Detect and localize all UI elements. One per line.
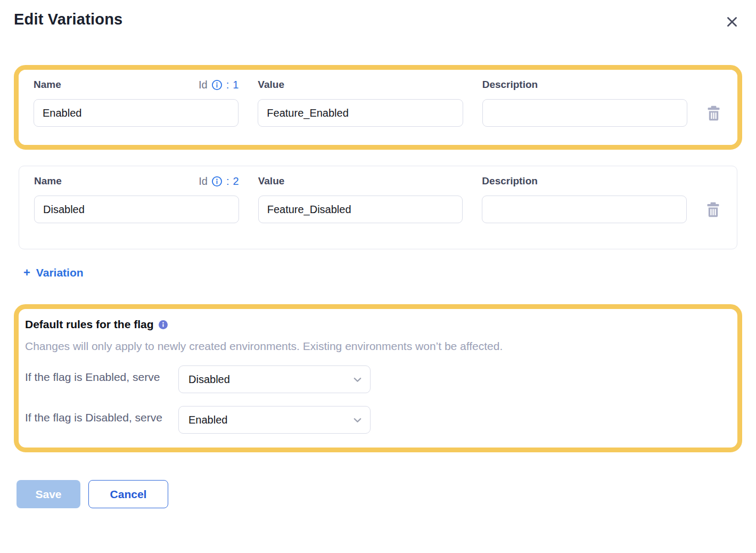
delete-variation-button[interactable] — [706, 105, 722, 121]
id-value: 1 — [233, 79, 239, 91]
name-field-group: Name Id : 1 — [34, 78, 239, 127]
delete-variation-button[interactable] — [706, 202, 722, 217]
chevron-down-icon — [352, 375, 363, 385]
default-rules-highlight: Default rules for the flag Changes will … — [14, 304, 742, 452]
trash-icon — [706, 105, 722, 121]
value-input[interactable] — [258, 99, 463, 127]
plus-icon: + — [23, 266, 30, 280]
description-field-group: Description — [482, 174, 687, 223]
name-label: Name — [34, 79, 61, 91]
selected-option: Enabled — [188, 414, 227, 426]
serve-when-disabled-select[interactable]: Enabled — [178, 406, 371, 434]
save-button[interactable]: Save — [17, 480, 80, 508]
edit-variations-dialog: Edit Variations Name Id : 1 — [0, 0, 756, 508]
id-colon: : — [226, 79, 229, 91]
default-rules-title: Default rules for the flag — [25, 318, 154, 331]
rule-label: If the flag is Enabled, serve — [25, 365, 178, 386]
rule-row-enabled: If the flag is Enabled, serve Disabled — [25, 365, 731, 393]
value-label: Value — [258, 175, 285, 187]
add-variation-button[interactable]: + Variation — [23, 266, 84, 280]
page-title: Edit Variations — [14, 11, 122, 28]
cancel-button[interactable]: Cancel — [88, 480, 168, 508]
dialog-footer: Save Cancel — [17, 480, 742, 508]
rule-label: If the flag is Disabled, serve — [25, 406, 178, 426]
default-rules-subtitle: Changes will only apply to newly created… — [25, 340, 731, 353]
info-icon[interactable] — [211, 79, 223, 91]
value-label: Value — [258, 79, 284, 91]
value-field-group: Value — [258, 78, 463, 127]
name-input[interactable] — [34, 196, 239, 223]
variation-id-badge: Id : 1 — [199, 79, 239, 91]
variation-id-badge: Id : 2 — [199, 175, 239, 188]
id-colon: : — [226, 175, 229, 188]
info-filled-icon[interactable] — [159, 320, 168, 329]
dialog-header: Edit Variations — [14, 11, 742, 32]
rule-row-disabled: If the flag is Disabled, serve Enabled — [25, 406, 731, 434]
description-input[interactable] — [482, 196, 687, 223]
name-field-group: Name Id : 2 — [34, 174, 239, 223]
id-value: 2 — [233, 175, 239, 188]
name-input[interactable] — [34, 99, 239, 127]
trash-icon — [706, 202, 722, 217]
variation-row-2: Name Id : 2 Value Description — [19, 166, 737, 249]
description-field-group: Description — [482, 78, 687, 127]
add-variation-label: Variation — [36, 266, 84, 279]
id-label: Id — [199, 175, 208, 188]
name-label: Name — [34, 175, 62, 187]
default-rules-section: Default rules for the flag Changes will … — [19, 309, 737, 448]
close-icon — [725, 15, 739, 29]
description-label: Description — [482, 175, 538, 187]
variation-row-1: Name Id : 1 Value — [19, 70, 737, 145]
chevron-down-icon — [352, 415, 363, 425]
description-label: Description — [482, 79, 538, 91]
description-input[interactable] — [482, 99, 687, 127]
close-button[interactable] — [722, 12, 742, 32]
serve-when-enabled-select[interactable]: Disabled — [178, 365, 371, 393]
value-input[interactable] — [258, 196, 463, 223]
selected-option: Disabled — [188, 373, 230, 386]
value-field-group: Value — [258, 174, 463, 223]
info-icon[interactable] — [211, 176, 223, 187]
id-label: Id — [199, 79, 208, 91]
variation-row-1-highlight: Name Id : 1 Value — [14, 65, 742, 150]
